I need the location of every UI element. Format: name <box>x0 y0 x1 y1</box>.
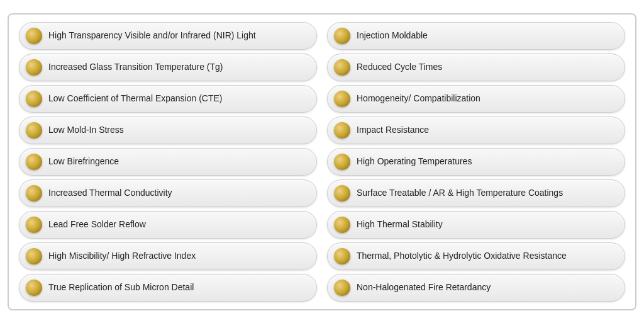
bullet-dot <box>334 122 350 139</box>
bullet-dot <box>334 59 350 76</box>
list-item: High Thermal Stability <box>327 211 625 239</box>
item-label: High Miscibility/ High Refractive Index <box>48 250 196 261</box>
item-label: Increased Glass Transition Temperature (… <box>48 61 223 72</box>
item-label: High Thermal Stability <box>357 218 443 230</box>
bullet-dot <box>334 185 350 201</box>
list-item: Thermal, Photolytic & Hydrolytic Oxidati… <box>327 242 625 270</box>
item-label: High Operating Temperatures <box>357 156 472 167</box>
list-item: Surface Treatable / AR & High Temperatur… <box>327 179 625 207</box>
list-item: Lead Free Solder Reflow <box>19 211 317 239</box>
right-column: Injection MoldableReduced Cycle TimesHom… <box>327 22 625 302</box>
item-label: Injection Moldable <box>357 30 428 41</box>
item-label: Low Mold-In Stress <box>48 124 124 135</box>
item-label: Homogeneity/ Compatibilization <box>357 93 480 104</box>
item-label: Low Birefringence <box>48 156 119 167</box>
bullet-dot <box>334 154 350 170</box>
bullet-dot <box>334 280 350 296</box>
bullet-dot <box>334 248 350 264</box>
bullet-dot <box>26 122 42 139</box>
bullet-dot <box>334 91 350 107</box>
item-label: Lead Free Solder Reflow <box>48 218 146 230</box>
item-label: Non-Halogenated Fire Retardancy <box>357 281 491 293</box>
list-item: Low Coefficient of Thermal Expansion (CT… <box>19 85 317 113</box>
item-label: Surface Treatable / AR & High Temperatur… <box>357 187 563 198</box>
item-label: Thermal, Photolytic & Hydrolytic Oxidati… <box>357 250 567 261</box>
list-item: True Replication of Sub Micron Detail <box>19 274 317 302</box>
bullet-dot <box>334 217 350 233</box>
bullet-dot <box>26 185 42 201</box>
item-label: Impact Resistance <box>357 124 429 135</box>
list-item: Injection Moldable <box>327 22 625 50</box>
item-label: Low Coefficient of Thermal Expansion (CT… <box>48 93 223 104</box>
bullet-dot <box>26 280 42 296</box>
list-item: Low Mold-In Stress <box>19 116 317 144</box>
item-label: High Transparency Visible and/or Infrare… <box>48 30 256 41</box>
list-item: Reduced Cycle Times <box>327 54 625 81</box>
list-item: Increased Glass Transition Temperature (… <box>19 54 317 81</box>
left-column: High Transparency Visible and/or Infrare… <box>19 22 317 302</box>
list-item: Homogeneity/ Compatibilization <box>327 85 625 113</box>
main-container: High Transparency Visible and/or Infrare… <box>8 13 636 310</box>
list-item: Increased Thermal Conductivity <box>19 179 317 207</box>
item-label: Reduced Cycle Times <box>357 61 442 72</box>
list-item: Impact Resistance <box>327 116 625 144</box>
list-item: High Operating Temperatures <box>327 148 625 176</box>
bullet-dot <box>26 217 42 233</box>
item-label: True Replication of Sub Micron Detail <box>48 281 194 293</box>
list-item: High Miscibility/ High Refractive Index <box>19 242 317 270</box>
list-item: High Transparency Visible and/or Infrare… <box>19 22 317 50</box>
bullet-dot <box>26 154 42 170</box>
bullet-dot <box>26 28 42 44</box>
list-item: Non-Halogenated Fire Retardancy <box>327 274 625 302</box>
item-label: Increased Thermal Conductivity <box>48 187 172 198</box>
bullet-dot <box>26 248 42 264</box>
list-item: Low Birefringence <box>19 148 317 176</box>
bullet-dot <box>26 91 42 107</box>
bullet-dot <box>26 59 42 76</box>
bullet-dot <box>334 28 350 44</box>
